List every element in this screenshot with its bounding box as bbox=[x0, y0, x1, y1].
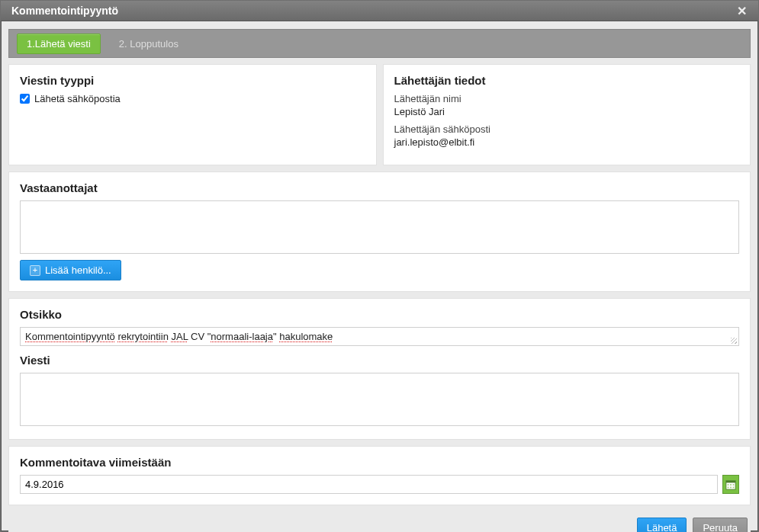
plus-icon: + bbox=[30, 265, 40, 276]
svg-rect-4 bbox=[730, 484, 732, 486]
panel-sender-info: Lähettäjän tiedot Lähettäjän nimi Lepist… bbox=[383, 64, 751, 165]
sender-name-value: Lepistö Jari bbox=[394, 106, 740, 117]
tab-result[interactable]: 2. Lopputulos bbox=[110, 34, 188, 53]
send-button[interactable]: Lähetä bbox=[637, 518, 687, 532]
recipients-box[interactable] bbox=[20, 200, 739, 254]
send-email-checkbox[interactable] bbox=[20, 94, 30, 104]
dialog-footer: Lähetä Peruuta bbox=[8, 511, 751, 532]
calendar-icon[interactable] bbox=[722, 475, 739, 494]
send-email-row[interactable]: Lähetä sähköpostia bbox=[20, 93, 365, 104]
dialog-titlebar: Kommentointipyyntö ✕ bbox=[1, 1, 758, 21]
message-textarea[interactable] bbox=[20, 373, 739, 426]
close-icon[interactable]: ✕ bbox=[731, 1, 752, 21]
sender-name-label: Lähettäjän nimi bbox=[394, 93, 740, 104]
sender-email-value: jari.lepisto@elbit.fi bbox=[394, 136, 740, 148]
sender-email-label: Lähettäjän sähköposti bbox=[394, 123, 740, 135]
send-email-label: Lähetä sähköpostia bbox=[34, 93, 121, 104]
panel-subject-message: Otsikko Kommentointipyyntö rekrytointiin… bbox=[8, 298, 751, 440]
panel-recipients: Vastaanottajat + Lisää henkilö... bbox=[8, 171, 751, 292]
heading-recipients: Vastaanottajat bbox=[20, 181, 739, 194]
heading-sender-info: Lähettäjän tiedot bbox=[394, 74, 740, 87]
deadline-input[interactable] bbox=[20, 475, 718, 494]
panel-deadline: Kommentoitava viimeistään bbox=[8, 446, 751, 505]
cancel-button[interactable]: Peruuta bbox=[693, 518, 748, 532]
add-person-button[interactable]: + Lisää henkilö... bbox=[20, 260, 121, 280]
subject-input[interactable]: Kommentointipyyntö rekrytointiin JAL CV … bbox=[20, 327, 739, 346]
resize-grip-icon bbox=[731, 338, 737, 344]
tab-send-message[interactable]: 1.Lähetä viesti bbox=[17, 34, 101, 54]
dialog-title: Kommentointipyyntö bbox=[11, 5, 118, 17]
heading-message: Viesti bbox=[20, 354, 739, 367]
wizard-tabs: 1.Lähetä viesti 2. Lopputulos bbox=[8, 29, 751, 58]
heading-message-type: Viestin tyyppi bbox=[20, 74, 365, 87]
svg-rect-1 bbox=[726, 480, 735, 482]
svg-rect-5 bbox=[733, 484, 735, 486]
add-person-label: Lisää henkilö... bbox=[45, 264, 111, 276]
svg-rect-6 bbox=[728, 486, 729, 488]
heading-deadline: Kommentoitava viimeistään bbox=[20, 456, 739, 469]
svg-rect-7 bbox=[730, 486, 732, 488]
svg-rect-3 bbox=[728, 484, 729, 486]
svg-rect-8 bbox=[733, 486, 735, 488]
heading-subject: Otsikko bbox=[20, 308, 739, 321]
panel-message-type: Viestin tyyppi Lähetä sähköpostia bbox=[8, 64, 377, 165]
